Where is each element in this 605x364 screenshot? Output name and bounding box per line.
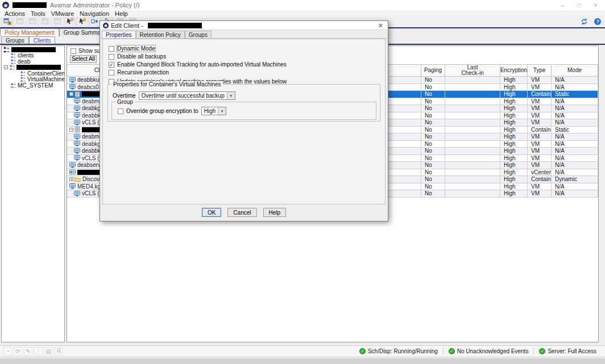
toolbar-button[interactable]: ? xyxy=(591,18,603,27)
tree-node[interactable] xyxy=(2,47,64,53)
dialog-tab-bar: PropertiesRetention PolicyGroups xyxy=(100,30,388,39)
toolbar-button[interactable] xyxy=(1,18,13,27)
domain-icon xyxy=(10,53,16,58)
tree-node[interactable]: ContainerClients xyxy=(2,70,64,77)
vcenter-icon xyxy=(69,169,76,175)
checkbox[interactable] xyxy=(109,46,114,52)
tab-clients[interactable]: Clients xyxy=(29,36,56,44)
column-header[interactable]: Last Check-in xyxy=(445,65,500,77)
collapse-toggle[interactable]: − xyxy=(69,128,73,132)
table-cell: High xyxy=(500,91,528,98)
tree-node[interactable]: clients xyxy=(2,53,64,59)
close-icon[interactable]: ✕ xyxy=(376,21,385,30)
collapse-toggle[interactable]: − xyxy=(4,65,8,69)
vm-icon xyxy=(74,120,80,125)
vm-icon xyxy=(69,162,76,168)
dialog-tab-groups[interactable]: Groups xyxy=(185,31,212,38)
group-title: Properties for Container's Virtual Machi… xyxy=(111,81,223,87)
window-title: Avamar Administrator - Policy (/) xyxy=(50,2,140,9)
menu-tools[interactable]: Tools xyxy=(28,10,48,17)
checkbox[interactable] xyxy=(109,70,114,76)
window-bottom-edge xyxy=(0,358,605,364)
menu-help[interactable]: Help xyxy=(112,10,131,17)
clock-icon[interactable]: ◔ xyxy=(3,347,12,355)
toolbar-button[interactable] xyxy=(64,18,76,27)
minimize-button[interactable]: – xyxy=(554,0,571,10)
table-cell: N/A xyxy=(552,169,598,177)
vm-icon xyxy=(74,191,80,196)
sync-icon[interactable]: ⟳ xyxy=(14,347,22,355)
toolbar-button[interactable] xyxy=(89,18,101,27)
domain-icon xyxy=(10,59,16,64)
overtime-dropdown[interactable]: Overtime until successful backup ▼ xyxy=(139,91,235,100)
edit-client-dialog: ◉ Edit Client - ✕ PropertiesRetention Po… xyxy=(100,20,388,221)
table-cell: High xyxy=(500,169,528,177)
column-header[interactable]: Paging xyxy=(421,65,445,77)
collapse-toggle[interactable]: − xyxy=(69,92,73,96)
tree-node[interactable]: MC_SYSTEM xyxy=(2,82,64,89)
cancel-button[interactable]: Cancel xyxy=(227,208,256,217)
select-all-button[interactable]: Select All xyxy=(70,55,97,63)
table-cell xyxy=(445,119,500,127)
dialog-tab-properties[interactable]: Properties xyxy=(102,31,136,38)
encryption-level-dropdown[interactable]: High ▼ xyxy=(201,107,227,115)
toolbar-button[interactable] xyxy=(76,18,88,27)
maximize-button[interactable]: □ xyxy=(571,0,587,10)
column-header[interactable]: Mode xyxy=(552,65,598,77)
menu-actions[interactable]: Actions xyxy=(2,10,28,17)
tree-node[interactable]: − xyxy=(2,65,64,71)
tab-groups[interactable]: Groups xyxy=(1,36,29,44)
checkbox[interactable] xyxy=(109,62,114,68)
tree-node[interactable]: deab xyxy=(2,58,64,65)
r-icon[interactable]: R xyxy=(55,347,63,355)
table-cell: Container xyxy=(528,176,552,183)
table-cell: VM xyxy=(528,133,552,141)
table-cell xyxy=(445,141,500,148)
show-subdomains-checkbox[interactable] xyxy=(71,48,76,54)
overtime-label: Overtime xyxy=(113,93,136,99)
table-cell: No xyxy=(421,112,445,120)
table-cell: No xyxy=(421,84,445,91)
toolbar-button xyxy=(14,18,26,27)
table-cell: High xyxy=(500,148,528,155)
tree-node[interactable]: VirtualMachines xyxy=(2,77,64,83)
dialog-tab-retention-policy[interactable]: Retention Policy xyxy=(136,31,185,38)
status-item: ✓No Unacknowledged Events xyxy=(443,348,534,354)
table-cell: VM xyxy=(528,183,552,191)
checkbox-row: Recursive protection xyxy=(109,69,169,76)
expand-toggle[interactable]: + xyxy=(69,177,73,181)
status-item: ✓Sch/Disp: Running/Running xyxy=(354,348,443,354)
table-cell xyxy=(445,176,500,183)
close-button[interactable]: × xyxy=(587,0,604,10)
table-cell: N/A xyxy=(552,112,598,120)
tab-policy-management[interactable]: Policy Management xyxy=(0,28,59,36)
table-cell: High xyxy=(500,119,528,127)
menu-navigation[interactable]: Navigation xyxy=(77,10,112,17)
toolbar-button[interactable] xyxy=(578,18,590,27)
table-cell: N/A xyxy=(552,183,598,191)
dots-icon[interactable]: ⋮ xyxy=(34,347,43,355)
checkbox-label: Disable all backups xyxy=(117,53,166,60)
table-cell: No xyxy=(421,119,445,127)
column-header[interactable]: Type xyxy=(528,65,552,77)
table-cell: N/A xyxy=(552,105,598,112)
table-cell: No xyxy=(421,183,445,191)
table-cell: VM xyxy=(528,141,552,148)
table-cell: High xyxy=(500,190,528,198)
table-cell xyxy=(445,183,500,191)
override-group-encryption-checkbox[interactable] xyxy=(118,108,123,114)
table-cell: High xyxy=(500,133,528,141)
journal-icon[interactable]: ▤ xyxy=(44,347,53,355)
pen-icon[interactable]: ✎ xyxy=(24,347,32,355)
group-box-title: Group xyxy=(115,99,135,105)
domain-root-icon xyxy=(3,47,10,53)
toolbar-button xyxy=(51,18,63,27)
ok-button[interactable]: OK xyxy=(202,208,221,217)
checkbox[interactable] xyxy=(109,54,114,60)
checkbox-row: Dynamic Mode xyxy=(109,45,155,52)
menu-vmware[interactable]: VMware xyxy=(48,10,77,17)
help-button[interactable]: Help xyxy=(263,208,287,217)
column-header[interactable]: Encryption xyxy=(500,65,528,77)
table-cell: N/A xyxy=(552,119,598,127)
table-cell: VM xyxy=(528,77,552,84)
